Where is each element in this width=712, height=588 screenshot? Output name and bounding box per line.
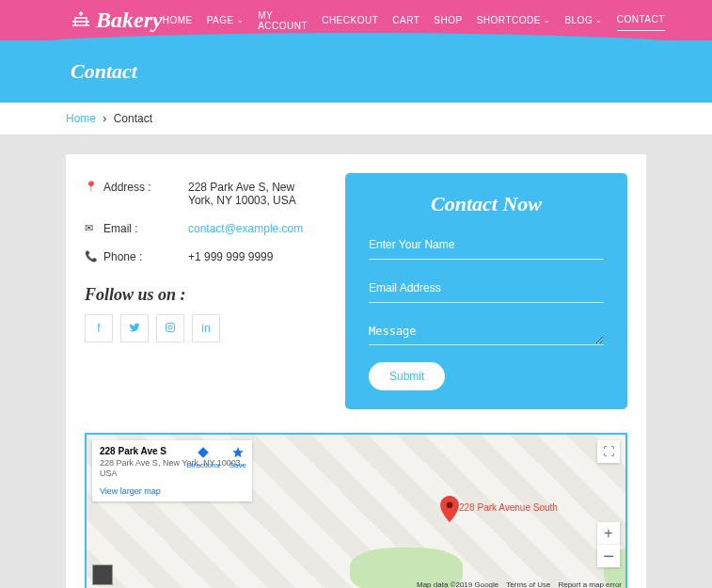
contact-form: Contact Now Submit xyxy=(345,173,627,409)
nav-contact[interactable]: CONTACT xyxy=(617,10,665,31)
breadcrumb-current: Contact xyxy=(114,112,152,125)
top-section: 📍 Address : 228 Park Ave S, New York, NY… xyxy=(85,173,627,409)
nav-shortcode[interactable]: SHORTCODE ⌄ xyxy=(477,10,551,31)
zoom-out-button[interactable]: − xyxy=(597,545,620,567)
nav-myaccount[interactable]: MY ACCOUNT xyxy=(258,10,308,31)
contact-info: 📍 Address : 228 Park Ave S, New York, NY… xyxy=(85,173,322,409)
email-value: contact@example.com xyxy=(188,222,322,235)
map-attribution: Map data ©2019 Google Terms of Use Repor… xyxy=(417,580,622,588)
map-data-text: Map data ©2019 Google xyxy=(417,580,498,588)
fullscreen-button[interactable]: ⛶ xyxy=(597,440,620,463)
banner: Contact xyxy=(0,40,712,103)
nav-cart[interactable]: CART xyxy=(392,10,419,31)
nav-menu: HOME PAGE ⌄ MY ACCOUNT CHECKOUT CART SHO… xyxy=(163,10,665,31)
map-info-card: Directions Save 228 Park Ave S 228 Park … xyxy=(92,440,252,501)
email-row: ✉ Email : contact@example.com xyxy=(85,215,322,243)
phone-value: +1 999 999 9999 xyxy=(188,250,322,263)
nav-blog[interactable]: BLOG ⌄ xyxy=(564,10,602,31)
chevron-down-icon: ⌄ xyxy=(237,16,245,24)
breadcrumb-separator: › xyxy=(103,112,106,125)
address-label: Address : xyxy=(103,181,188,194)
twitter-link[interactable] xyxy=(120,314,149,342)
twitter-icon xyxy=(129,322,140,336)
nav-checkout[interactable]: CHECKOUT xyxy=(322,10,378,31)
map-pin-label: 228 Park Avenue South xyxy=(459,502,558,513)
view-larger-link[interactable]: View larger map xyxy=(100,486,245,496)
svg-point-2 xyxy=(172,325,173,326)
map[interactable]: Directions Save 228 Park Ave S 228 Park … xyxy=(85,433,627,588)
report-link[interactable]: Report a map error xyxy=(558,580,622,588)
phone-label: Phone : xyxy=(103,250,188,263)
logo[interactable]: Bakery xyxy=(71,8,163,33)
nav-home[interactable]: HOME xyxy=(163,10,193,31)
page-title: Contact xyxy=(71,59,641,84)
email-link[interactable]: contact@example.com xyxy=(188,222,303,235)
linkedin-icon: in xyxy=(201,322,210,335)
instagram-icon xyxy=(165,322,176,336)
zoom-in-button[interactable]: + xyxy=(597,522,620,545)
map-info-actions: Directions Save xyxy=(186,446,246,469)
phone-row: 📞 Phone : +1 999 999 9999 xyxy=(85,243,322,271)
follow-heading: Follow us on : xyxy=(85,285,322,305)
email-input[interactable] xyxy=(369,274,604,303)
save-button[interactable]: Save xyxy=(229,446,246,469)
facebook-icon: f xyxy=(97,322,100,335)
nav-page[interactable]: PAGE ⌄ xyxy=(207,10,245,31)
address-row: 📍 Address : 228 Park Ave S, New York, NY… xyxy=(85,173,322,215)
brand-text: Bakery xyxy=(96,8,163,33)
form-heading: Contact Now xyxy=(369,192,604,216)
terms-link[interactable]: Terms of Use xyxy=(506,580,550,588)
social-icons: f in xyxy=(85,314,322,342)
instagram-link[interactable] xyxy=(156,314,184,342)
location-icon: 📍 xyxy=(85,181,103,193)
map-pin-icon[interactable] xyxy=(440,496,459,525)
message-input[interactable] xyxy=(369,317,604,345)
submit-button[interactable]: Submit xyxy=(369,362,445,390)
chevron-down-icon: ⌄ xyxy=(544,16,551,24)
svg-point-3 xyxy=(447,502,453,509)
breadcrumb-home[interactable]: Home xyxy=(66,112,96,125)
breadcrumb: Home › Contact xyxy=(0,103,712,135)
cake-icon xyxy=(71,8,91,33)
email-label: Email : xyxy=(103,222,188,235)
main-content: 📍 Address : 228 Park Ave S, New York, NY… xyxy=(66,154,646,588)
envelope-icon: ✉ xyxy=(85,222,103,234)
chevron-down-icon: ⌄ xyxy=(595,16,603,24)
facebook-link[interactable]: f xyxy=(85,314,113,342)
fullscreen-icon: ⛶ xyxy=(603,445,614,458)
map-zoom-controls: + − xyxy=(597,522,620,567)
name-input[interactable] xyxy=(369,230,604,260)
directions-button[interactable]: Directions xyxy=(186,446,220,469)
streetview-thumbnail[interactable] xyxy=(92,564,113,585)
address-value: 228 Park Ave S, New York, NY 10003, USA xyxy=(188,181,322,207)
phone-icon: 📞 xyxy=(85,250,103,262)
nav-shop[interactable]: SHOP xyxy=(434,10,462,31)
linkedin-link[interactable]: in xyxy=(192,314,220,342)
svg-point-1 xyxy=(168,326,172,329)
svg-rect-0 xyxy=(166,323,175,331)
